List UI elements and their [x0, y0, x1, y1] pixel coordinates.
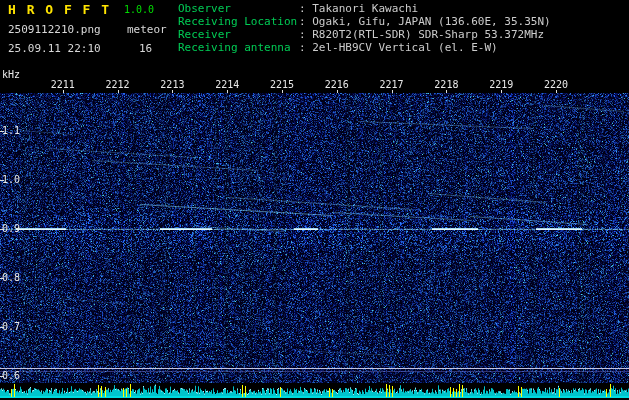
- y-tick-label: 0.6: [2, 370, 20, 381]
- info-label: Receiving antenna: [178, 41, 299, 54]
- y-tick-label: 0.7: [2, 321, 20, 332]
- x-tick-label: 2216: [323, 79, 351, 90]
- hrofft-screen: { "app": { "name": "H R O F F T", "versi…: [0, 0, 629, 400]
- output-filename: 2509112210.png: [8, 23, 101, 36]
- info-label: Receiver: [178, 28, 299, 41]
- y-tick-label: 0.9: [2, 223, 20, 234]
- echo-count: 16: [139, 42, 152, 55]
- info-value: : Takanori Kawachi: [299, 2, 418, 15]
- y-tick-label: 1.0: [2, 174, 20, 185]
- x-tick-label: 2220: [542, 79, 570, 90]
- station-info: Observer: Takanori KawachiReceiving Loca…: [178, 2, 551, 54]
- info-row: Receiving antenna: 2el-HB9CV Vertical (e…: [178, 41, 551, 54]
- spectrogram-canvas: [0, 0, 629, 400]
- info-row: Observer: Takanori Kawachi: [178, 2, 551, 15]
- x-tick-label: 2213: [158, 79, 186, 90]
- x-tick-label: 2214: [213, 79, 241, 90]
- info-label: Observer: [178, 2, 299, 15]
- info-row: Receiving Location: Ogaki, Gifu, JAPAN (…: [178, 15, 551, 28]
- info-row: Receiver: R820T2(RTL-SDR) SDR-Sharp 53.3…: [178, 28, 551, 41]
- x-tick-label: 2217: [378, 79, 406, 90]
- datetime-label: 25.09.11 22:10: [8, 42, 101, 55]
- y-tick-label: 1.1: [2, 125, 20, 136]
- app-version: 1.0.0: [124, 4, 154, 15]
- info-value: : 2el-HB9CV Vertical (el. E-W): [299, 41, 498, 54]
- info-label: Receiving Location: [178, 15, 299, 28]
- app-title: H R O F F T: [8, 2, 111, 17]
- x-tick-label: 2215: [268, 79, 296, 90]
- x-tick-label: 2212: [104, 79, 132, 90]
- info-value: : R820T2(RTL-SDR) SDR-Sharp 53.372MHz: [299, 28, 544, 41]
- x-tick-label: 2211: [49, 79, 77, 90]
- mode-label: meteor: [127, 23, 167, 36]
- info-value: : Ogaki, Gifu, JAPAN (136.60E, 35.35N): [299, 15, 551, 28]
- y-axis-unit-label: kHz: [2, 69, 20, 80]
- x-tick-label: 2219: [487, 79, 515, 90]
- x-tick-label: 2218: [432, 79, 460, 90]
- y-tick-label: 0.8: [2, 272, 20, 283]
